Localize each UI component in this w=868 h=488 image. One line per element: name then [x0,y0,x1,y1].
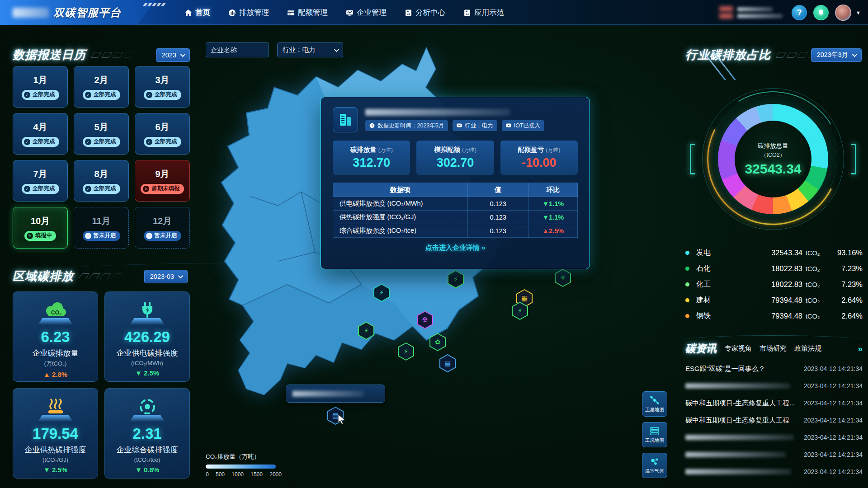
news-item[interactable]: 2023-04-12 14:21:34 [685,446,863,463]
status-badge: ✕超期未填报 [141,184,184,194]
news-item[interactable]: ESG跟“双碳”是一回事么？ 2023-04-12 14:21:34 [685,360,863,377]
down-arrow-icon: ▼ [135,369,142,377]
month-card-jul[interactable]: 7月 ✓全部完成 [13,160,68,202]
status-badge: ✓全部完成 [22,137,59,147]
tab-expert-view[interactable]: 专家视角 [725,344,752,353]
news-item[interactable]: 2023-04-12 14:21:34 [685,429,863,446]
partner-logo-redacted [717,4,785,22]
delta-down: ▼ 2.5% [135,369,159,377]
tab-policy[interactable]: 政策法规 [794,344,821,353]
up-arrow-icon: ▲ [542,227,549,235]
month-card-feb[interactable]: 2月 ✓全部完成 [74,66,129,108]
minus-icon: − [85,233,91,239]
check-icon: ✓ [24,92,30,98]
month-card-jun[interactable]: 6月 ✓全部完成 [135,113,190,155]
user-menu-chevron-icon[interactable]: ▼ [856,10,861,15]
legend-row-steel[interactable]: 钢铁 79394.48 tCO₂ 2.64% [685,308,863,324]
metric-card-comprehensive[interactable]: 2.31 企业综合碳排强度 (tCO₂/tce) ▼ 0.8% [104,388,190,479]
map-company-tooltip[interactable] [286,385,385,403]
company-name-input[interactable] [206,42,269,57]
pie-chart-icon [228,9,236,17]
grid-icon: ▦ [521,294,528,302]
news-more-arrow[interactable]: » [858,344,862,354]
nav-item-quota[interactable]: 配额管理 [287,8,328,18]
table-row: 供热碳排放强度 (tCO₂/GJ) 0.123 ▼1.1% [333,211,578,224]
operating-layer-button[interactable]: 工况地图 [642,422,667,447]
legend-row-chemical[interactable]: 化工 18022.83 tCO₂ 7.23% [685,277,863,292]
help-button[interactable]: ? [792,5,807,20]
month-card-sep[interactable]: 9月 ✕超期未填报 [135,160,190,202]
industry-select[interactable]: 行业：电力 [277,42,343,57]
metric-card-heat[interactable]: 179.54 企业供热碳排强度 (tCO₂/GJ) ▼ 2.5% [13,388,98,479]
status-badge: −暂未开启 [83,231,120,241]
month-card-aug[interactable]: 8月 ✓全部完成 [74,160,129,202]
lightning-icon: ⚡ [379,289,384,297]
region-title: 区域碳排放 [13,268,74,284]
status-badge: ✓全部完成 [22,90,59,100]
month-card-may[interactable]: 5月 ✓全部完成 [74,113,129,155]
map-marker-atom[interactable]: ⚛ [555,269,571,287]
status-badge: ✓全部完成 [83,90,120,100]
month-card-nov[interactable]: 11月 −暂未开启 [74,207,129,249]
nav-item-enterprise[interactable]: 企业管理 [346,8,387,18]
calendar-year-dropdown[interactable]: 2023 [156,48,190,62]
status-badge: ✓全部完成 [144,137,181,147]
metric-card-power[interactable]: 426.29 企业供电碳排强度 (tCO₂/MWh) ▼ 2.5% [104,291,190,382]
title-deco [80,273,120,279]
map-color-legend: CO₂排放量（万吨） 0500100015002000 [206,453,282,478]
month-card-oct[interactable]: 10月 ✎填报中 [13,207,68,249]
nav-item-home[interactable]: 首页 [184,8,210,18]
region-header: 区域碳排放 2023-03 [13,268,190,284]
news-title-redacted [685,435,794,440]
chevron-down-icon [178,273,183,278]
greenhouse-gas-layer-button[interactable]: 温室气体 [642,453,667,478]
status-badge: −暂未开启 [144,231,181,241]
satellite-layer-button[interactable]: 卫星地图 [642,391,667,417]
monitor-icon [457,123,462,128]
metric-card-emission[interactable]: CO₂ 6.23 企业碳排放量 (万tCO₂) ▲ 2.8% [13,291,98,382]
region-period-dropdown[interactable]: 2023-03 [144,270,188,283]
nav-item-analysis[interactable]: +-×÷ 分析中心 [405,8,445,18]
chevron-down-icon [852,52,857,56]
legend-gradient-bar [206,465,276,469]
calculator-icon: +-×÷ [463,9,471,17]
check-icon: ✓ [146,92,152,98]
month-card-mar[interactable]: 3月 ✓全部完成 [135,66,190,108]
legend-row-building[interactable]: 建材 79394.48 tCO₂ 2.64% [685,292,863,308]
enterprise-detail-link[interactable]: 点击进入企业详情 » [333,244,578,252]
card-icon [287,9,295,17]
legend-row-petrochemical[interactable]: 石化 18022.83 tCO₂ 7.23% [685,261,863,277]
month-card-apr[interactable]: 4月 ✓全部完成 [13,113,68,155]
atom-icon: ⚛ [560,274,566,282]
up-arrow-icon: ▲ [43,371,50,378]
nav-item-demo[interactable]: +-×÷ 应用示范 [463,8,504,18]
company-name-redacted [365,109,510,116]
news-item[interactable]: 碳中和五期项目-生态修复重大工程 2023-04-12 14:21:34 [685,412,863,429]
radiation-icon: ☢ [422,316,428,324]
nav-item-emissions[interactable]: 排放管理 [228,8,269,18]
svg-text:CO₂: CO₂ [51,310,61,316]
news-item[interactable]: 碳中和五期项目-生态修复重大工程... 2023-04-12 14:21:34 [685,394,863,412]
news-list: ESG跟“双碳”是一回事么？ 2023-04-12 14:21:34 2023-… [685,360,863,480]
news-item[interactable]: 2023-04-12 14:21:34 [685,377,863,394]
leaf-icon: ✿ [435,338,441,346]
legend-row-power[interactable]: 发电 32543.34 tCO₂ 93.16% [685,245,863,261]
home-icon [184,9,192,17]
satellite-icon [650,395,660,405]
minus-icon: − [146,233,152,239]
popup-data-table: 数据项 值 环比 供电碳排放强度 (tCO₂/MWh) 0.123 ▼1.1% … [333,183,578,238]
top-navbar: 双碳智服平台 首页 排放管理 配额管理 企业管理 +-×÷ 分析中心 +-×÷ … [0,0,868,25]
month-card-dec[interactable]: 12月 −暂未开启 [135,207,190,249]
news-item[interactable]: 2023-04-12 14:21:34 [685,463,863,480]
lightning-icon: ⚡ [404,347,409,356]
user-avatar[interactable] [835,5,851,21]
tab-market-research[interactable]: 市场研究 [760,344,787,353]
calendar-grid: 1月 ✓全部完成 2月 ✓全部完成 3月 ✓全部完成 4月 ✓全部完成 5月 ✓… [13,66,190,249]
logo-zone: 双碳智服平台 [0,0,156,25]
icon-pedestal [38,415,73,422]
popup-tags: 数据更新时间：2023年5月 行业：电力 IOT已接入 [365,120,578,131]
notifications-button[interactable] [813,5,829,20]
industry-period-dropdown[interactable]: 2023年3月 [811,48,862,62]
chevron-down-icon [334,47,339,52]
month-card-jan[interactable]: 1月 ✓全部完成 [13,66,68,108]
